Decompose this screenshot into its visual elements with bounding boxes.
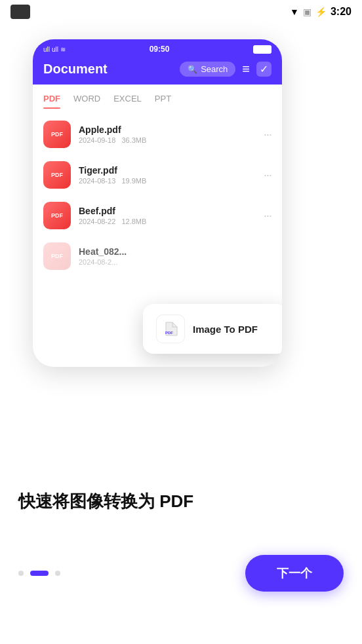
phone-tabs: PDF WORD EXCEL PPT: [33, 85, 282, 109]
battery-icon: ⚡: [315, 7, 327, 17]
search-icon: 🔍: [188, 65, 197, 74]
search-label: Search: [201, 64, 228, 74]
file-info-heat: Heat_082... 2024-08-2...: [79, 246, 272, 266]
file-meta-tiger: 2024-08-13 19.9MB: [79, 177, 256, 185]
table-row[interactable]: PDF Tiger.pdf 2024-08-13 19.9MB ···: [33, 155, 282, 195]
status-time: 3:20: [331, 6, 352, 18]
battery-indicator: [253, 45, 272, 54]
signal-icon: ▣: [303, 7, 312, 17]
list-icon[interactable]: ≡: [242, 62, 250, 77]
search-pill[interactable]: 🔍 Search: [180, 62, 235, 77]
file-name-beef: Beef.pdf: [79, 206, 256, 216]
file-name-tiger: Tiger.pdf: [79, 165, 256, 176]
file-meta-beef: 2024-08-22 12.8MB: [79, 218, 256, 225]
next-button[interactable]: 下一个: [245, 555, 344, 592]
more-icon-beef[interactable]: ···: [264, 209, 272, 223]
dot-2-active: [30, 571, 49, 576]
file-meta-heat: 2024-08-2...: [79, 258, 272, 266]
more-icon-tiger[interactable]: ···: [264, 168, 272, 182]
tab-ppt[interactable]: PPT: [155, 91, 171, 109]
table-row-partial: PDF Heat_082... 2024-08-2...: [33, 236, 282, 276]
table-row[interactable]: PDF Apple.pdf 2024-09-18 36.3MB ···: [33, 114, 282, 155]
pdf-icon-apple: PDF: [43, 121, 71, 148]
tooltip-popup[interactable]: PDF Image To PDF: [143, 304, 282, 354]
file-name-heat: Heat_082...: [79, 246, 272, 257]
tab-word[interactable]: WORD: [73, 91, 100, 109]
tab-pdf[interactable]: PDF: [43, 91, 60, 109]
dot-3: [55, 571, 60, 576]
bottom-row: 下一个: [18, 555, 344, 592]
file-info-tiger: Tiger.pdf 2024-08-13 19.9MB: [79, 165, 256, 185]
phone-header: Document 🔍 Search ≡ ✓: [33, 56, 282, 85]
signal-bars: ull: [43, 46, 50, 53]
pdf-icon-beef: PDF: [43, 202, 71, 229]
file-meta-apple: 2024-09-18 36.3MB: [79, 136, 256, 144]
signal-bars-2: ull: [52, 46, 58, 53]
table-row[interactable]: PDF Beef.pdf 2024-08-22 12.8MB ···: [33, 195, 282, 236]
file-info-beef: Beef.pdf 2024-08-22 12.8MB: [79, 206, 256, 225]
app-icon: [10, 5, 30, 19]
phone-mockup: ull ull ≋ 09:50 Document 🔍 Search ≡ ✓ PD…: [33, 39, 282, 367]
phone-battery-icons: [253, 45, 272, 54]
check-icon[interactable]: ✓: [256, 62, 272, 77]
wifi-icon: ▼: [290, 7, 299, 17]
tooltip-pdf-icon: PDF: [156, 314, 185, 343]
pdf-icon-tiger: PDF: [43, 161, 71, 189]
phone-header-icons: 🔍 Search ≡ ✓: [180, 62, 272, 77]
status-bar: ▼ ▣ ⚡ 3:20: [0, 0, 362, 24]
phone-status-bar: ull ull ≋ 09:50: [33, 39, 282, 56]
tooltip-label: Image To PDF: [193, 324, 258, 335]
phone-signal-icons: ull ull ≋: [43, 46, 66, 53]
phone-time: 09:50: [150, 45, 170, 54]
wifi-icon-phone: ≋: [60, 46, 66, 53]
status-right: ▼ ▣ ⚡ 3:20: [290, 6, 352, 18]
tab-excel[interactable]: EXCEL: [113, 91, 142, 109]
file-list: PDF Apple.pdf 2024-09-18 36.3MB ··· PDF …: [33, 109, 282, 282]
file-name-apple: Apple.pdf: [79, 124, 256, 135]
file-info-apple: Apple.pdf 2024-09-18 36.3MB: [79, 124, 256, 144]
more-icon-apple[interactable]: ···: [264, 128, 272, 142]
dot-1: [18, 571, 24, 576]
dots-container: [18, 571, 60, 576]
main-title: 快速将图像转换为 PDF: [18, 491, 193, 513]
phone-title: Document: [43, 62, 108, 77]
pdf-icon-heat: PDF: [43, 242, 71, 270]
svg-text:PDF: PDF: [165, 331, 173, 335]
